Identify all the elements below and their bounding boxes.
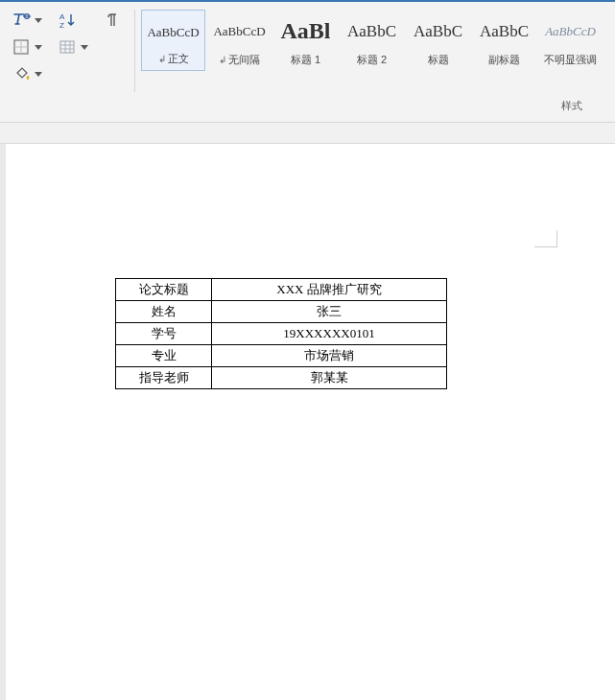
pilcrow-mark: ↲ [158, 54, 166, 64]
document-page[interactable]: 论文标题XXX 品牌推广研究姓名张三学号19XXXXXX0101专业市场营销指导… [0, 144, 615, 700]
style-preview: AaBbC [347, 13, 396, 48]
svg-text:A: A [59, 12, 65, 21]
dropdown-caret-icon [35, 18, 42, 23]
table-value-cell[interactable]: 市场营销 [212, 345, 447, 367]
dropdown-caret-icon [35, 45, 42, 50]
table-value-cell[interactable]: 郭某某 [212, 367, 447, 389]
table-value-cell[interactable]: 19XXXXXX0101 [212, 323, 447, 345]
paragraph-tools-col-1 [4, 8, 50, 84]
style-label-text: 无间隔 [228, 53, 260, 67]
table-value-cell[interactable]: 张三 [212, 301, 447, 323]
style-preview: AaBl [280, 13, 330, 48]
style-preview: AaBbCcD [147, 14, 199, 49]
table-row[interactable]: 学号19XXXXXX0101 [116, 323, 447, 345]
table-value-cell[interactable]: XXX 品牌推广研究 [212, 279, 447, 301]
svg-text:Z: Z [59, 21, 64, 29]
svg-rect-4 [60, 41, 74, 53]
pilcrow-mark: ↲ [219, 55, 226, 65]
style-label-text: 正文 [168, 52, 189, 66]
styles-group-label: 样式 [561, 100, 582, 111]
grid-settings-button[interactable] [56, 36, 90, 58]
style-label-text: 标题 1 [291, 53, 320, 67]
style-preview: AaBbCcD [545, 13, 596, 48]
page-corner-mark [534, 230, 557, 247]
style-preview: AaBbCcD [213, 13, 265, 48]
style-item[interactable]: AaBbC标题 [406, 10, 470, 71]
borders-button[interactable] [10, 36, 44, 58]
shading-button[interactable] [10, 63, 44, 84]
table-row[interactable]: 指导老师郭某某 [116, 367, 447, 389]
style-label-text: 不明显强调 [544, 53, 597, 67]
table-row[interactable]: 论文标题XXX 品牌推广研究 [116, 279, 447, 301]
style-item[interactable]: AaBbC副标题 [472, 10, 536, 71]
paint-bucket-icon [12, 65, 33, 82]
style-label: 标题 [428, 53, 449, 67]
style-preview: AaBbC [414, 13, 462, 48]
clear-formatting-button[interactable] [10, 10, 44, 31]
word-window: A Z [0, 0, 615, 700]
table-header-cell[interactable]: 姓名 [116, 301, 212, 323]
thesis-info-table[interactable]: 论文标题XXX 品牌推广研究姓名张三学号19XXXXXX0101专业市场营销指导… [115, 278, 447, 389]
paragraph-tools-col-2: A Z [50, 8, 96, 58]
clear-formatting-icon [12, 12, 33, 29]
style-label: 不明显强调 [544, 53, 597, 67]
style-item[interactable]: AaBbCcD↲无间隔 [207, 10, 272, 71]
table-row[interactable]: 专业市场营销 [116, 345, 447, 367]
style-label-text: 标题 [428, 53, 449, 67]
table-header-cell[interactable]: 专业 [116, 345, 212, 367]
table-row[interactable]: 姓名张三 [116, 301, 447, 323]
dropdown-caret-icon [81, 45, 88, 50]
style-item[interactable]: AaBbCcD不明显强调 [538, 10, 603, 71]
table-header-cell[interactable]: 指导老师 [116, 367, 212, 389]
dropdown-caret-icon [35, 72, 42, 77]
page-left-shadow [0, 144, 6, 700]
ribbon: A Z [0, 2, 615, 123]
table-header-cell[interactable]: 学号 [116, 323, 212, 345]
style-preview: AaBbC [480, 13, 529, 48]
workspace-gap [0, 123, 615, 144]
style-label: 副标题 [488, 53, 520, 67]
style-item[interactable]: AaBl标题 1 [273, 10, 338, 71]
ribbon-separator [134, 10, 135, 92]
table-header-cell[interactable]: 论文标题 [116, 279, 212, 301]
borders-icon [12, 38, 33, 56]
styles-gallery[interactable]: AaBbCcD↲正文AaBbCcD↲无间隔AaBl标题 1AaBbC标题 2Aa… [141, 8, 603, 71]
style-label: 标题 2 [357, 53, 387, 67]
style-label: ↲正文 [158, 52, 189, 66]
paragraph-tools-col-3 [96, 8, 129, 31]
style-label: 标题 1 [291, 53, 320, 67]
style-label: ↲无间隔 [219, 53, 260, 67]
sort-button[interactable]: A Z [56, 10, 90, 31]
style-item[interactable]: AaBbC标题 2 [340, 10, 404, 71]
pilcrow-icon [104, 12, 121, 29]
grid-icon [58, 38, 79, 56]
style-label-text: 副标题 [488, 53, 520, 67]
ribbon-row: A Z [4, 8, 611, 92]
show-marks-button[interactable] [102, 10, 123, 31]
style-label-text: 标题 2 [357, 53, 387, 67]
ribbon-group-label: 样式 [4, 92, 611, 121]
style-item[interactable]: AaBbCcD↲正文 [141, 10, 205, 71]
sort-icon: A Z [58, 12, 79, 29]
